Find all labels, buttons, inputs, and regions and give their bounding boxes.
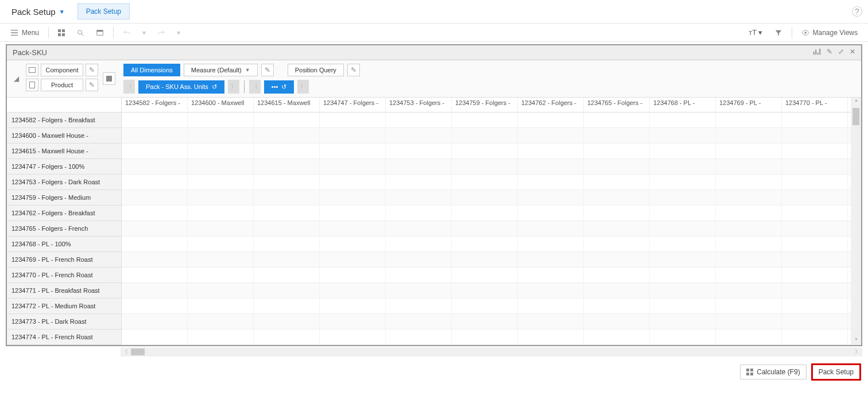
grid-cell[interactable] [782,221,848,236]
grid-cell[interactable] [452,175,518,189]
grid-cell[interactable] [518,175,584,189]
menu-button[interactable]: Menu [6,26,44,39]
grid-cell[interactable] [122,268,188,282]
calculate-button[interactable]: Calculate (F9) [740,365,806,379]
grid-cell[interactable] [386,252,452,267]
grid-cell[interactable] [122,144,188,158]
position-query-button[interactable]: Position Query [288,64,344,76]
grid-cell[interactable] [122,299,188,313]
grid-cell[interactable] [650,283,716,298]
grid-cell[interactable] [254,190,320,205]
grid-cell[interactable] [782,237,848,251]
grid-cell[interactable] [650,159,716,174]
redo-dropdown-icon[interactable]: ▾ [172,26,185,39]
grid-cell[interactable] [320,221,386,236]
grid-cell[interactable] [716,221,782,236]
more-button[interactable]: ••• ↺ [264,80,294,94]
grid-cell[interactable] [518,283,584,298]
grid-cell[interactable] [584,330,650,344]
grid-cell[interactable] [584,283,650,298]
grid-cell[interactable] [782,144,848,158]
grid-cell[interactable] [254,299,320,313]
grid-cell[interactable] [650,252,716,267]
grid-cell[interactable] [716,299,782,313]
grid-cell[interactable] [518,299,584,313]
grid-cell[interactable] [254,252,320,267]
grid-cell[interactable] [782,175,848,189]
column-header[interactable]: 1234600 - Maxwell [188,98,254,112]
grid-cell[interactable] [320,314,386,329]
grid-cell[interactable] [518,330,584,344]
grid-cell[interactable] [782,283,848,298]
grid-cell[interactable] [716,268,782,282]
row-header[interactable]: 1234759 - Folgers - Medium [7,190,122,206]
grid-cell[interactable] [188,283,254,298]
row-header[interactable]: 1234765 - Folgers - French [7,221,122,237]
grid-cell[interactable] [782,268,848,282]
grid-cell[interactable] [518,268,584,282]
redo-icon[interactable] [153,26,170,39]
column-header[interactable]: 1234747 - Folgers - [320,98,386,112]
grid-cell[interactable] [782,252,848,267]
grid-cell[interactable] [518,159,584,174]
row-header[interactable]: 1234773 - PL - Dark Roast [7,314,122,330]
grid-cell[interactable] [782,159,848,174]
grid-cell[interactable] [386,128,452,143]
grid-cell[interactable] [254,283,320,298]
grid-cell[interactable] [452,299,518,313]
product-dimension[interactable]: Product [41,79,83,91]
grid-cell[interactable] [584,268,650,282]
grid-cell[interactable] [650,299,716,313]
grid-cell[interactable] [518,252,584,267]
grid-cell[interactable] [650,206,716,220]
grid-cell[interactable] [650,128,716,143]
close-icon[interactable]: ✕ [850,48,855,57]
help-icon[interactable]: ? [852,6,862,17]
grid-cell[interactable] [188,190,254,205]
grid-cell[interactable] [782,330,848,344]
grid-cell[interactable] [452,159,518,174]
component-dimension[interactable]: Component [41,64,83,76]
grid-cell[interactable] [122,175,188,189]
edit-position-query-icon[interactable]: ✎ [347,64,360,76]
grid-cell[interactable] [518,237,584,251]
grid-cell[interactable] [452,221,518,236]
grid-cell[interactable] [254,159,320,174]
grid-cell[interactable] [650,190,716,205]
grid-cell[interactable] [320,299,386,313]
grid-cell[interactable] [122,190,188,205]
grid-cell[interactable] [320,128,386,143]
grid-cell[interactable] [782,113,848,127]
grid-cell[interactable] [716,128,782,143]
grid-cell[interactable] [320,113,386,127]
grid-cell[interactable] [386,206,452,220]
pack-setup-button[interactable]: Pack Setup [811,363,861,381]
measure-dropdown[interactable]: Measure (Default) ▼ [184,64,258,76]
grid-cell[interactable] [122,206,188,220]
grid-cell[interactable] [320,283,386,298]
grid-cell[interactable] [386,144,452,158]
grid-cell[interactable] [716,237,782,251]
grid-cell[interactable] [188,314,254,329]
column-header[interactable]: 1234753 - Folgers - [386,98,452,112]
undo-dropdown-icon[interactable]: ▾ [138,26,150,39]
maximize-icon[interactable]: ⤢ [838,48,844,57]
next-icon-2[interactable]: 〉 [297,80,309,94]
grid-cell[interactable] [584,190,650,205]
scroll-down-icon[interactable]: ˅ [851,336,861,345]
undo-icon[interactable] [118,26,135,39]
grid-cell[interactable] [386,330,452,344]
search-icon[interactable] [72,26,89,39]
grid-cell[interactable] [386,268,452,282]
prev-icon[interactable]: 〈 [123,80,135,94]
grid-cell[interactable] [584,299,650,313]
vertical-scrollbar[interactable]: ˄ ˅ [851,98,861,345]
grid-cell[interactable] [386,190,452,205]
grid-cell[interactable] [650,144,716,158]
row-header[interactable]: 1234771 - PL - Breakfast Roast [7,283,122,299]
grid-cell[interactable] [254,128,320,143]
column-header[interactable]: 1234769 - PL - [716,98,782,112]
grid-cell[interactable] [188,128,254,143]
column-header[interactable]: 1234615 - Maxwell [254,98,320,112]
grid-cell[interactable] [188,159,254,174]
